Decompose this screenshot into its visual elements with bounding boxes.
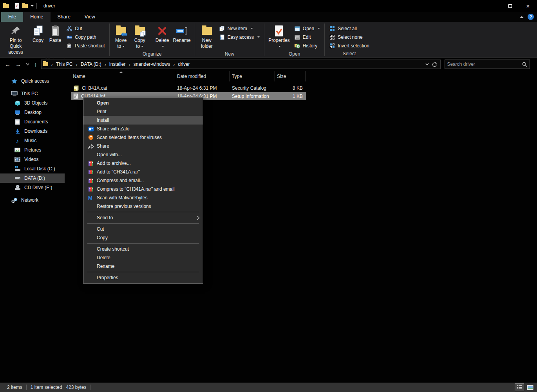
menu-item-print[interactable]: Print bbox=[83, 107, 203, 116]
forward-button[interactable]: → bbox=[15, 61, 21, 68]
invert-selection-button[interactable]: Invert selection bbox=[327, 42, 371, 50]
sidebar-item-this-pc[interactable]: This PC bbox=[0, 89, 65, 98]
file-row-ch341a-cat[interactable]: CH341A.cat 18-Apr-24 6:31 PM Security Ca… bbox=[71, 84, 306, 92]
paste-shortcut-button[interactable]: Paste shortcut bbox=[64, 42, 107, 50]
menu-item-add-to-archive[interactable]: Add to archive... bbox=[83, 159, 203, 168]
sidebar-item-downloads[interactable]: Downloads bbox=[0, 126, 65, 136]
menu-item-restore-previous-versions[interactable]: Restore previous versions bbox=[83, 202, 203, 211]
menu-item-share-with-zalo[interactable]: Share with Zalo bbox=[83, 125, 203, 133]
refresh-icon[interactable] bbox=[432, 62, 437, 67]
select-none-button[interactable]: Select none bbox=[327, 33, 371, 41]
customize-qat-icon[interactable] bbox=[31, 5, 34, 7]
tab-view[interactable]: View bbox=[78, 12, 102, 22]
recent-locations-icon[interactable] bbox=[26, 63, 29, 65]
crumb-snander-windows[interactable]: snander-windows bbox=[134, 61, 170, 67]
sidebar-item-videos[interactable]: Videos bbox=[0, 155, 65, 164]
tab-file[interactable]: File bbox=[1, 12, 23, 22]
column-header-size[interactable]: Size bbox=[275, 71, 306, 81]
move-to-button[interactable]: Move to bbox=[112, 23, 130, 51]
menu-item-share[interactable]: Share bbox=[83, 142, 203, 150]
menu-item-install[interactable]: Install bbox=[83, 116, 203, 125]
new-folder-button[interactable]: New folder bbox=[197, 23, 216, 51]
column-header-date-modified[interactable]: Date modified bbox=[175, 71, 230, 81]
rename-button[interactable]: Rename bbox=[171, 23, 192, 45]
new-folder-qat-icon[interactable] bbox=[22, 4, 28, 8]
sidebar-item-3d-objects[interactable]: 3D Objects bbox=[0, 98, 65, 108]
tab-share[interactable]: Share bbox=[51, 12, 78, 22]
easy-access-button[interactable]: Easy access bbox=[217, 33, 262, 41]
file-size: 8 KB bbox=[275, 85, 306, 91]
sidebar-item-quick-access[interactable]: Quick access bbox=[0, 76, 65, 86]
close-button[interactable]: × bbox=[519, 0, 537, 12]
select-all-button[interactable]: Select all bbox=[327, 24, 371, 33]
cut-button[interactable]: Cut bbox=[64, 24, 107, 33]
copy-to-button[interactable]: Copy to bbox=[131, 23, 149, 51]
properties-qat-icon[interactable] bbox=[15, 3, 19, 9]
details-view-button[interactable] bbox=[515, 383, 524, 391]
menu-item-compress-to-rar-and-email[interactable]: Compress to "CH341A.rar" and email bbox=[83, 185, 203, 193]
menu-item-rename[interactable]: Rename bbox=[83, 262, 203, 271]
sidebar-item-desktop[interactable]: Desktop bbox=[0, 108, 65, 117]
help-icon[interactable]: ? bbox=[528, 14, 534, 20]
menu-item-copy[interactable]: Copy bbox=[83, 233, 203, 242]
location-folder-icon bbox=[43, 62, 48, 66]
open-button[interactable]: Open bbox=[292, 24, 322, 33]
tab-home[interactable]: Home bbox=[23, 12, 50, 22]
search-icon[interactable] bbox=[522, 62, 527, 67]
delete-button[interactable]: Delete bbox=[154, 23, 171, 51]
pin-to-quick-access-button[interactable]: Pin to Quick access bbox=[2, 23, 29, 56]
sidebar-item-local-disk-c[interactable]: Local Disk (C:) bbox=[0, 164, 65, 173]
dropdown-caret bbox=[251, 28, 253, 29]
copy-path-button[interactable]: Copy path bbox=[64, 33, 107, 41]
column-header-type[interactable]: Type bbox=[230, 71, 275, 81]
desktop-icon bbox=[14, 110, 21, 115]
minimize-button[interactable] bbox=[483, 0, 501, 12]
sidebar-item-pictures[interactable]: Pictures bbox=[0, 145, 65, 155]
menu-label: Open bbox=[97, 100, 109, 106]
sort-ascending-icon bbox=[119, 71, 123, 73]
sidebar-label: Network bbox=[21, 197, 38, 203]
crumb-installer[interactable]: installer bbox=[109, 61, 125, 67]
address-dropdown-icon[interactable] bbox=[425, 63, 429, 65]
ribbon-group-new: New folder New item Easy access bbox=[195, 22, 264, 58]
context-menu: Open Print Install Share with Zalo Scan … bbox=[83, 97, 203, 284]
crumb-data-d[interactable]: DATA (D:) bbox=[81, 61, 101, 67]
cut-label: Cut bbox=[75, 26, 82, 31]
menu-item-cut[interactable]: Cut bbox=[83, 225, 203, 233]
menu-item-open-with[interactable]: Open with... bbox=[83, 150, 203, 159]
menu-item-open[interactable]: Open bbox=[83, 99, 203, 107]
menu-item-create-shortcut[interactable]: Create shortcut bbox=[83, 245, 203, 253]
copy-button[interactable]: Copy bbox=[30, 23, 46, 45]
ribbon-group-organize: Move to Copy to Delete Rename bbox=[110, 22, 195, 58]
search-input[interactable] bbox=[447, 61, 522, 67]
column-header-name[interactable]: Name bbox=[71, 71, 175, 81]
maximize-button[interactable] bbox=[501, 0, 519, 12]
sidebar-item-music[interactable]: ♪ Music bbox=[0, 136, 65, 145]
sidebar-item-network[interactable]: Network bbox=[0, 195, 65, 205]
menu-item-scan-for-viruses[interactable]: Scan selected items for viruses bbox=[83, 133, 203, 142]
menu-item-add-to-rar[interactable]: Add to "CH341A.rar" bbox=[83, 168, 203, 176]
crumb-driver[interactable]: driver bbox=[178, 61, 190, 67]
search-box[interactable] bbox=[445, 60, 530, 69]
menu-item-scan-with-malwarebytes[interactable]: M Scan with Malwarebytes bbox=[83, 193, 203, 202]
download-arrow-icon bbox=[14, 128, 21, 134]
sidebar-item-data-d[interactable]: DATA (D:) bbox=[0, 173, 65, 183]
sidebar-item-cd-drive-e[interactable]: CD Drive (E:) bbox=[0, 183, 65, 192]
back-button[interactable]: ← bbox=[5, 61, 11, 68]
collapse-ribbon-icon[interactable] bbox=[520, 16, 524, 18]
maximize-icon bbox=[508, 4, 512, 8]
menu-item-compress-and-email[interactable]: Compress and email... bbox=[83, 176, 203, 185]
address-bar[interactable]: › This PC › DATA (D:) › installer › snan… bbox=[41, 60, 441, 69]
properties-button[interactable]: Properties bbox=[267, 23, 291, 51]
menu-item-send-to[interactable]: Send to bbox=[83, 213, 203, 222]
paste-button[interactable]: Paste bbox=[47, 23, 63, 45]
history-button[interactable]: History bbox=[292, 42, 322, 50]
menu-item-delete[interactable]: Delete bbox=[83, 253, 203, 262]
crumb-this-pc[interactable]: This PC bbox=[56, 61, 73, 67]
thumbnail-view-button[interactable] bbox=[525, 383, 535, 391]
edit-button[interactable]: Edit bbox=[292, 33, 322, 41]
menu-item-properties[interactable]: Properties bbox=[83, 273, 203, 282]
sidebar-item-documents[interactable]: Documents bbox=[0, 117, 65, 126]
new-item-button[interactable]: New item bbox=[217, 24, 262, 33]
up-button[interactable]: ↑ bbox=[34, 61, 37, 68]
